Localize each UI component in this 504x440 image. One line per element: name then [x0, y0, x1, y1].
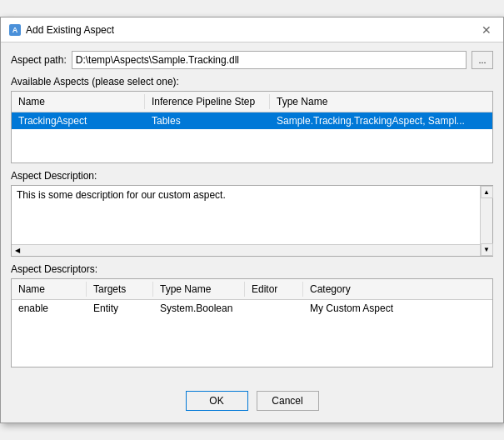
available-aspects-body: TrackingAspect Tables Sample.Tracking.Tr… — [12, 112, 492, 162]
aspect-descriptors-table: Name Targets Type Name Editor Category e… — [11, 278, 493, 368]
dialog-title: Add Existing Aspect — [26, 24, 114, 36]
table-row[interactable]: TrackingAspect Tables Sample.Tracking.Tr… — [12, 112, 492, 129]
descriptors-header: Name Targets Type Name Editor Category — [12, 279, 492, 300]
descriptor-typename: System.Boolean — [153, 300, 245, 317]
descriptors-body: enable Entity System.Boolean My Custom A… — [12, 300, 492, 367]
descriptor-category: My Custom Aspect — [303, 300, 492, 317]
descriptors-col-typename: Type Name — [153, 282, 245, 297]
available-aspects-col-inference: Inference Pipeline Step — [145, 94, 270, 109]
scroll-left-arrow[interactable]: ◀ — [12, 245, 23, 257]
descriptors-col-name: Name — [12, 282, 87, 297]
dialog-body: Aspect path: ... Available Aspects (plea… — [1, 42, 503, 382]
available-aspects-col-typename: Type Name — [270, 94, 492, 109]
aspect-description-container: ▲ ▼ ◀ ▶ — [11, 185, 493, 257]
close-button[interactable]: ✕ — [478, 22, 495, 38]
aspect-descriptors-label: Aspect Descriptors: — [11, 263, 493, 275]
descriptors-col-category: Category — [303, 282, 492, 297]
descriptor-row[interactable]: enable Entity System.Boolean My Custom A… — [12, 300, 492, 317]
aspect-path-label: Aspect path: — [11, 54, 67, 66]
aspect-description-label: Aspect Description: — [11, 170, 493, 182]
h-scroll-track — [23, 245, 481, 256]
available-aspects-col-name: Name — [12, 94, 145, 109]
title-bar-left: A Add Existing Aspect — [9, 24, 114, 36]
scroll-down-arrow[interactable]: ▼ — [481, 243, 493, 256]
aspect-path-input[interactable] — [72, 51, 467, 69]
descriptor-name: enable — [12, 300, 87, 317]
available-aspects-label: Available Aspects (please select one): — [11, 76, 493, 88]
desc-hscrollbar: ◀ ▶ — [12, 244, 492, 256]
browse-button[interactable]: ... — [472, 51, 493, 69]
aspect-description-textarea[interactable] — [12, 186, 492, 244]
available-aspects-table: Name Inference Pipeline Step Type Name T… — [11, 91, 493, 163]
description-scrollbar: ▲ ▼ — [480, 186, 492, 256]
descriptors-col-targets: Targets — [87, 282, 153, 297]
row-inference: Tables — [145, 112, 270, 129]
dialog-icon: A — [9, 24, 21, 36]
title-bar: A Add Existing Aspect ✕ — [1, 18, 503, 42]
add-existing-aspect-dialog: A Add Existing Aspect ✕ Aspect path: ...… — [0, 17, 504, 423]
scroll-track — [481, 198, 492, 243]
ok-button[interactable]: OK — [186, 391, 248, 411]
row-name: TrackingAspect — [12, 112, 145, 129]
scroll-up-arrow[interactable]: ▲ — [481, 186, 493, 198]
aspect-path-row: Aspect path: ... — [11, 51, 493, 69]
available-aspects-header: Name Inference Pipeline Step Type Name — [12, 92, 492, 112]
dialog-footer: OK Cancel — [1, 382, 503, 422]
cancel-button[interactable]: Cancel — [257, 391, 319, 411]
row-typename: Sample.Tracking.TrackingAspect, Sampl... — [270, 112, 492, 129]
descriptor-editor — [245, 306, 303, 311]
descriptors-col-editor: Editor — [245, 282, 303, 297]
descriptor-targets: Entity — [87, 300, 153, 317]
